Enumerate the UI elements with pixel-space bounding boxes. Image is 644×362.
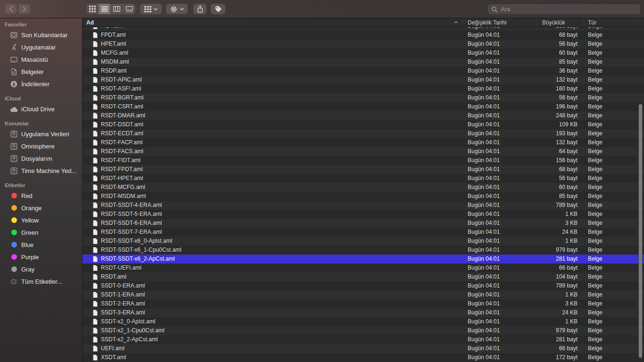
scrollbar-thumb[interactable]	[638, 104, 643, 358]
group-button[interactable]	[140, 4, 162, 14]
chevron-right-icon	[22, 6, 26, 12]
gallery-view-button[interactable]	[123, 4, 135, 14]
table-row[interactable]: RSDT-HPET.amlBugün 04:0156 baytBelge	[83, 174, 644, 183]
chevron-down-icon	[154, 8, 157, 10]
file-size: 3 KB	[536, 299, 578, 308]
file-size: 85 bayt	[536, 58, 578, 66]
file-date: Bugün 04:01	[468, 219, 500, 228]
table-row[interactable]: FIDT.amlBugün 04:01156 baytBelge	[83, 27, 644, 31]
table-row[interactable]: RSDT-CSRT.amlBugün 04:01196 baytBelge	[83, 102, 644, 111]
table-row[interactable]: RSDT-UEFI.amlBugün 04:0166 baytBelge	[83, 263, 644, 272]
table-row[interactable]: RSDT-ASF!.amlBugün 04:01160 baytBelge	[83, 84, 644, 93]
table-row[interactable]: RSDT-SSDT-x6_2-ApCst.amlBugün 04:01281 b…	[83, 255, 644, 263]
icon-view-button[interactable]	[86, 4, 99, 14]
table-row[interactable]: SSDT-0-ERA.amlBugün 04:01789 baytBelge	[83, 281, 644, 290]
sidebar-item-green[interactable]: Green	[0, 226, 82, 239]
sidebar-item-masa-st[interactable]: Masaüstü	[0, 53, 82, 66]
column-header-name[interactable]: Ad	[86, 18, 94, 27]
file-size: 109 KB	[536, 120, 578, 129]
table-row[interactable]: RSDT-SSDT-7-ERA.amlBugün 04:0124 KBBelge	[83, 228, 644, 237]
table-row[interactable]: SSDT-x2_2-ApCst.amlBugün 04:01281 baytBe…	[83, 335, 644, 344]
sidebar-item-label: Green	[21, 229, 40, 236]
table-row[interactable]: SSDT-1-ERA.amlBugün 04:011 KBBelge	[83, 290, 644, 299]
table-row[interactable]: RSDT-DMAR.amlBugün 04:01248 baytBelge	[83, 111, 644, 120]
table-row[interactable]: HPET.amlBugün 04:0156 baytBelge	[83, 40, 644, 49]
table-row[interactable]: RSDP.amlBugün 04:0136 baytBelge	[83, 66, 644, 75]
table-row[interactable]: RSDT-SSDT-4-ERA.amlBugün 04:01789 baytBe…	[83, 201, 644, 210]
file-date: Bugün 04:01	[468, 263, 500, 272]
sidebar-item-label: Tüm Etiketler...	[21, 278, 64, 285]
file-kind: Belge	[588, 281, 603, 290]
sidebar-item-belgeler[interactable]: Belgeler	[0, 66, 82, 78]
sidebar-item-time-machine-yed[interactable]: Time Machine Yed...	[0, 165, 82, 177]
sidebar-item-purple[interactable]: Purple	[0, 251, 82, 263]
sidebar-item-i-ndirilenler[interactable]: İndirilenler	[0, 78, 82, 90]
table-row[interactable]: RSDT-FIDT.amlBugün 04:01156 baytBelge	[83, 156, 644, 165]
file-date: Bugün 04:01	[468, 84, 500, 93]
tags-button[interactable]	[211, 4, 225, 14]
sidebar-item-uygulama-verileri[interactable]: Uygulama Verileri	[0, 128, 82, 140]
table-row[interactable]: RSDT-APIC.amlBugün 04:01132 baytBelge	[83, 75, 644, 84]
table-row[interactable]: RSDT-ECDT.amlBugün 04:01193 baytBelge	[83, 129, 644, 138]
search-input[interactable]	[500, 5, 637, 13]
table-row[interactable]: SSDT-x2_0-ApIst.amlBugün 04:011 KBBelge	[83, 317, 644, 326]
sidebar-item-red[interactable]: Red	[0, 189, 82, 202]
sidebar-item-yellow[interactable]: Yellow	[0, 214, 82, 226]
table-row[interactable]: RSDT.amlBugün 04:01104 baytBelge	[83, 272, 644, 281]
sidebar-item-blue[interactable]: Blue	[0, 239, 82, 251]
sidebar-item-omnisphere[interactable]: Omnisphere	[0, 140, 82, 152]
tag-dot	[9, 216, 18, 225]
table-row[interactable]: RSDT-SSDT-6-ERA.amlBugün 04:013 KBBelge	[83, 219, 644, 228]
back-button[interactable]	[5, 4, 17, 14]
column-header-date[interactable]: Değişiklik Tarihi	[468, 18, 506, 27]
file-name: RSDT-HPET.aml	[101, 174, 143, 183]
column-header-kind[interactable]: Tür	[588, 18, 596, 27]
sidebar-item-icloud-drive[interactable]: iCloud Drive	[0, 103, 82, 115]
table-row[interactable]: RSDT-FACS.amlBugün 04:0164 baytBelge	[83, 147, 644, 156]
sidebar-item-uygulamalar[interactable]: Uygulamalar	[0, 41, 82, 53]
forward-button[interactable]	[18, 4, 30, 14]
table-row[interactable]: RSDT-SSDT-x6_0-ApIst.amlBugün 04:011 KBB…	[83, 237, 644, 246]
search-field[interactable]	[488, 4, 640, 14]
share-button[interactable]	[193, 4, 206, 14]
column-divider	[462, 19, 462, 26]
sidebar-section-title: iCloud	[0, 90, 82, 103]
action-menu-button[interactable]	[166, 4, 188, 14]
table-row[interactable]: RSDT-MSDM.amlBugün 04:0185 baytBelge	[83, 192, 644, 201]
table-row[interactable]: MCFG.amlBugün 04:0160 baytBelge	[83, 49, 644, 58]
file-size: 36 bayt	[536, 66, 578, 75]
file-kind: Belge	[588, 344, 603, 353]
column-view-button[interactable]	[111, 4, 123, 14]
column-header-size[interactable]: Büyüklük	[542, 18, 565, 27]
file-date: Bugün 04:01	[468, 299, 500, 308]
sidebar-item-orange[interactable]: Orange	[0, 202, 82, 214]
table-row[interactable]: SSDT-3-ERA.amlBugün 04:0124 KBBelge	[83, 308, 644, 317]
table-row[interactable]: RSDT-SSDT-5-ERA.amlBugün 04:011 KBBelge	[83, 210, 644, 219]
table-row[interactable]: XSDT.amlBugün 04:01172 baytBelge	[83, 353, 644, 362]
file-size: 156 bayt	[536, 156, 578, 165]
column-view-icon	[113, 6, 120, 12]
table-row[interactable]: FPDT.amlBugün 04:0168 baytBelge	[83, 31, 644, 40]
sidebar-item-son-kullan-lanlar[interactable]: Son Kullanılanlar	[0, 29, 82, 41]
table-row[interactable]: RSDT-DSDT.amlBugün 04:01109 KBBelge	[83, 120, 644, 129]
file-name: SSDT-0-ERA.aml	[101, 281, 145, 290]
table-row[interactable]: RSDT-FPDT.amlBugün 04:0168 baytBelge	[83, 165, 644, 174]
table-row[interactable]: MSDM.amlBugün 04:0185 baytBelge	[83, 58, 644, 66]
list-view-button[interactable]	[99, 4, 111, 14]
file-kind: Belge	[588, 66, 603, 75]
table-row[interactable]: RSDT-BGRT.amlBugün 04:0156 baytBelge	[83, 93, 644, 102]
table-row[interactable]: RSDT-SSDT-x6_1-Cpu0Cst.amlBugün 04:01979…	[83, 246, 644, 255]
sidebar-item-gray[interactable]: Gray	[0, 263, 82, 275]
table-row[interactable]: RSDT-FACP.amlBugün 04:01132 baytBelge	[83, 138, 644, 147]
table-row[interactable]: SSDT-x2_1-Cpu0Cst.amlBugün 04:01979 bayt…	[83, 326, 644, 335]
table-row[interactable]: UEFI.amlBugün 04:0166 baytBelge	[83, 344, 644, 353]
table-row[interactable]: RSDT-MCFG.amlBugün 04:0160 baytBelge	[83, 183, 644, 192]
sidebar-item-t-m-etiketler[interactable]: Tüm Etiketler...	[0, 275, 82, 288]
file-kind: Belge	[588, 353, 603, 362]
file-date: Bugün 04:01	[468, 228, 500, 237]
sidebar-section-title: Etiketler	[0, 177, 82, 189]
table-row[interactable]: SSDT-2-ERA.amlBugün 04:013 KBBelge	[83, 299, 644, 308]
document-icon	[93, 50, 98, 56]
sidebar-item-dosyalar-m[interactable]: Dosyalarım	[0, 152, 82, 165]
file-date: Bugün 04:01	[468, 27, 500, 31]
